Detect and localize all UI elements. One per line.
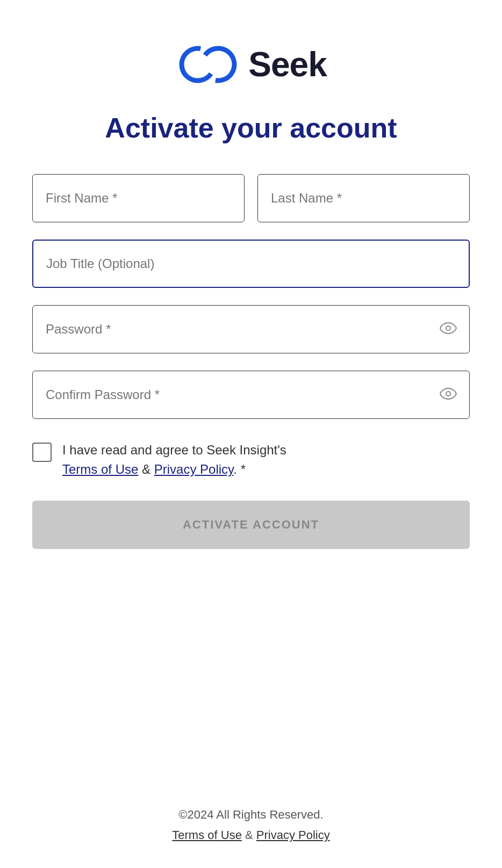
page-container: Seek Activate your account: [0, 0, 502, 776]
form-container: I have read and agree to Seek Insight's …: [32, 174, 470, 549]
confirm-password-toggle-icon[interactable]: [440, 386, 457, 403]
terms-checkbox[interactable]: [32, 443, 52, 462]
name-row: [32, 174, 470, 222]
logo-text: Seek: [248, 45, 326, 84]
logo-container: Seek: [175, 43, 326, 86]
seek-logo-icon: [175, 43, 240, 86]
confirm-password-input[interactable]: [32, 371, 470, 419]
footer-links: Terms of Use & Privacy Policy: [0, 828, 502, 842]
password-wrapper: [32, 305, 470, 353]
last-name-input[interactable]: [257, 174, 470, 222]
terms-of-use-link[interactable]: Terms of Use: [62, 462, 138, 476]
password-toggle-icon[interactable]: [440, 321, 457, 338]
footer-and-separator: &: [245, 828, 256, 842]
and-separator: &: [142, 462, 154, 476]
first-name-input[interactable]: [32, 174, 245, 222]
terms-label-text: I have read and agree to Seek Insight's …: [62, 440, 286, 479]
page-title: Activate your account: [105, 112, 397, 144]
footer-terms-link[interactable]: Terms of Use: [172, 828, 242, 842]
activate-account-button[interactable]: ACTIVATE ACCOUNT: [32, 501, 470, 549]
password-input[interactable]: [32, 305, 470, 353]
terms-checkbox-row: I have read and agree to Seek Insight's …: [32, 440, 470, 479]
copyright-text: ©2024 All Rights Reserved.: [0, 808, 502, 822]
job-title-input[interactable]: [32, 240, 470, 288]
svg-point-2: [446, 326, 450, 330]
footer-privacy-link[interactable]: Privacy Policy: [256, 828, 330, 842]
svg-point-3: [446, 392, 450, 396]
confirm-password-wrapper: [32, 371, 470, 419]
footer: ©2024 All Rights Reserved. Terms of Use …: [0, 776, 502, 868]
privacy-policy-link[interactable]: Privacy Policy: [154, 462, 234, 476]
